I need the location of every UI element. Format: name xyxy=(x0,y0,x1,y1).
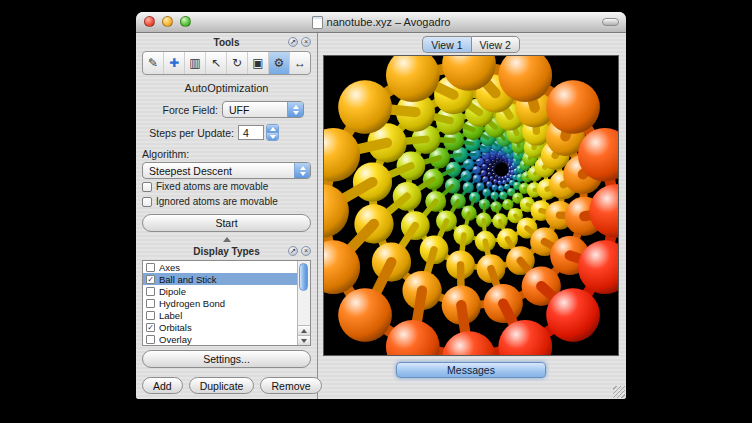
display-type-checkbox[interactable] xyxy=(146,311,155,320)
start-button[interactable]: Start xyxy=(142,214,311,232)
avogadro-window: nanotube.xyz – Avogadro Tools ↗ × ✎ ✚ ▥ … xyxy=(136,12,626,399)
resize-grip[interactable] xyxy=(613,386,625,398)
panel-splitter[interactable] xyxy=(142,235,311,244)
tab-view-2[interactable]: View 2 xyxy=(471,36,520,53)
popup-arrow-icon xyxy=(287,102,303,117)
window-titlebar[interactable]: nanotube.xyz – Avogadro xyxy=(136,12,626,33)
display-type-row-orbitals[interactable]: ✓ Orbitals xyxy=(143,321,297,333)
display-type-row-dipole[interactable]: Dipole xyxy=(143,285,297,297)
navigate-tool-button[interactable]: ✚ xyxy=(164,52,185,74)
display-type-checkbox[interactable] xyxy=(146,299,155,308)
draw-tool-button[interactable]: ✎ xyxy=(143,52,164,74)
pencil-icon: ✎ xyxy=(148,56,158,70)
display-types-list: Axes ✓ Ball and Stick Dipole Hydrogen Bo… xyxy=(142,260,311,346)
measure-icon: ↔ xyxy=(294,56,306,70)
close-window-button[interactable] xyxy=(144,16,155,27)
algorithm-select[interactable]: Steepest Descent xyxy=(142,162,311,179)
steps-input[interactable]: 4 xyxy=(238,125,264,140)
tool-dock: Tools ↗ × ✎ ✚ ▥ ↖ ↻ ▣ ⚙ ↔ AutoOptimizati… xyxy=(136,33,318,399)
auto-optimize-tool-button[interactable]: ⚙ xyxy=(269,52,290,74)
scroll-up-button[interactable] xyxy=(298,325,310,335)
tool-section-title: AutoOptimization xyxy=(142,82,311,94)
display-type-row-ball-and-stick[interactable]: ✓ Ball and Stick xyxy=(143,273,297,285)
messages-button[interactable]: Messages xyxy=(396,362,546,378)
view-tabs: View 1 View 2 xyxy=(323,36,619,53)
steps-increment-button[interactable] xyxy=(267,125,278,133)
auto-rotate-tool-button[interactable]: ↻ xyxy=(227,52,248,74)
ignored-atoms-label: Ignored atoms are movable xyxy=(156,196,278,207)
tool-buttons-row: ✎ ✚ ▥ ↖ ↻ ▣ ⚙ ↔ xyxy=(142,51,311,75)
tools-panel-header: Tools ↗ × xyxy=(142,36,311,49)
tools-panel-title: Tools xyxy=(142,36,311,49)
scrollbar[interactable] xyxy=(297,261,310,345)
ignored-atoms-checkbox[interactable] xyxy=(142,197,152,207)
force-field-label: Force Field: xyxy=(142,104,218,116)
remove-button[interactable]: Remove xyxy=(260,377,321,394)
display-type-checkbox[interactable] xyxy=(146,287,155,296)
force-field-select[interactable]: UFF xyxy=(222,101,304,118)
selection-tool-button[interactable]: ↖ xyxy=(206,52,227,74)
display-type-row-axes[interactable]: Axes xyxy=(143,261,297,273)
display-type-row-label[interactable]: Label xyxy=(143,309,297,321)
display-type-row-overlay[interactable]: Overlay xyxy=(143,333,297,345)
settings-button[interactable]: Settings... xyxy=(142,350,311,368)
cursor-icon: ↖ xyxy=(211,56,221,70)
display-type-checkbox[interactable]: ✓ xyxy=(146,275,155,284)
zoom-window-button[interactable] xyxy=(180,16,191,27)
bond-centric-icon: ▥ xyxy=(189,56,200,70)
manipulate-icon: ▣ xyxy=(252,56,263,70)
rotate-icon: ↻ xyxy=(232,56,242,70)
scroll-down-button[interactable] xyxy=(298,335,310,345)
display-types-panel-header: Display Types ↗ × xyxy=(142,245,311,258)
steps-stepper xyxy=(266,124,279,141)
undock-panel-icon[interactable]: ↗ xyxy=(288,37,298,47)
3d-viewport[interactable] xyxy=(323,55,619,356)
popup-arrow-icon xyxy=(294,163,310,178)
display-type-checkbox[interactable]: ✓ xyxy=(146,323,155,332)
fixed-atoms-label: Fixed atoms are movable xyxy=(156,181,268,192)
close-panel-icon[interactable]: × xyxy=(301,37,311,47)
window-title: nanotube.xyz – Avogadro xyxy=(327,16,451,28)
display-type-checkbox[interactable] xyxy=(146,335,155,344)
display-types-panel-title: Display Types xyxy=(142,245,311,258)
display-type-actions: Add Duplicate Remove xyxy=(142,377,311,394)
fixed-atoms-checkbox[interactable] xyxy=(142,182,152,192)
chevron-up-icon xyxy=(223,237,231,242)
measure-tool-button[interactable]: ↔ xyxy=(290,52,310,74)
gear-icon: ⚙ xyxy=(274,56,285,70)
view-area: View 1 View 2 Messages xyxy=(318,33,626,399)
undock-panel-icon[interactable]: ↗ xyxy=(288,246,298,256)
tab-view-1[interactable]: View 1 xyxy=(422,36,470,53)
window-controls xyxy=(144,16,191,27)
manipulate-tool-button[interactable]: ▣ xyxy=(248,52,269,74)
close-panel-icon[interactable]: × xyxy=(301,246,311,256)
minimize-window-button[interactable] xyxy=(162,16,173,27)
bond-centric-tool-button[interactable]: ▥ xyxy=(185,52,206,74)
scrollbar-thumb[interactable] xyxy=(299,263,308,291)
document-icon xyxy=(312,16,323,29)
steps-per-update-label: Steps per Update: xyxy=(142,127,234,139)
add-button[interactable]: Add xyxy=(142,377,183,394)
steps-decrement-button[interactable] xyxy=(267,133,278,140)
navigate-icon: ✚ xyxy=(169,56,179,70)
algorithm-label: Algorithm: xyxy=(142,148,311,160)
display-type-checkbox[interactable] xyxy=(146,263,155,272)
duplicate-button[interactable]: Duplicate xyxy=(189,377,255,394)
toolbar-toggle-button[interactable] xyxy=(602,18,619,26)
display-type-row-hydrogen-bond[interactable]: Hydrogen Bond xyxy=(143,297,297,309)
